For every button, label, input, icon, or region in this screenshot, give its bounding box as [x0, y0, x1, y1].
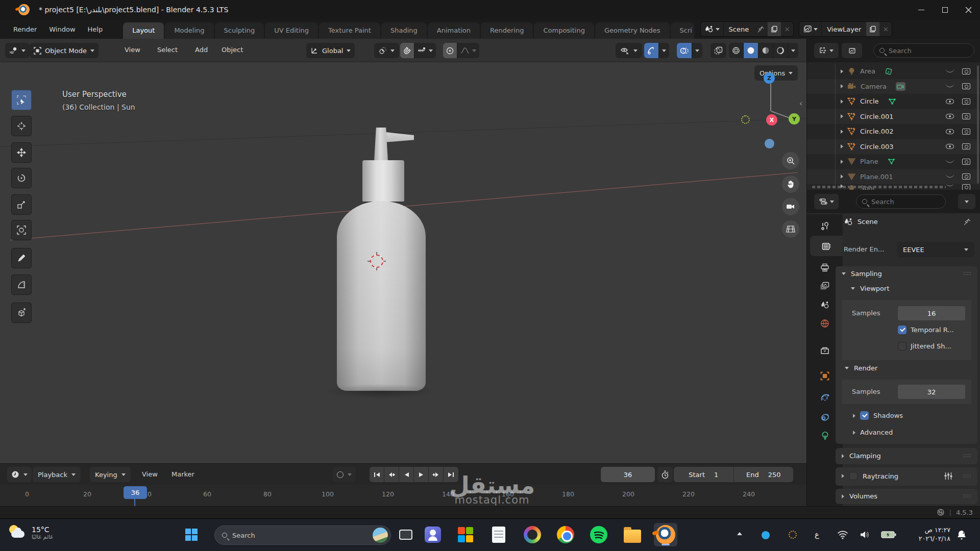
temporal-reprojection-row[interactable]: Temporal R... [898, 325, 954, 334]
tab-sculpting[interactable]: Sculpting [215, 22, 264, 39]
timeline-view-menu[interactable]: View [142, 470, 158, 478]
show-gizmo-toggle[interactable] [644, 43, 659, 58]
outliner-vertical-scrollbar[interactable] [977, 65, 979, 184]
overlays-dropdown[interactable] [692, 43, 702, 58]
panel-grip-icon[interactable] [963, 270, 971, 277]
render-samples-field[interactable]: 32 [898, 385, 965, 399]
tab-compositing[interactable]: Compositing [534, 22, 594, 39]
temporal-reprojection-checkbox[interactable] [898, 325, 906, 334]
search-highlight-image[interactable] [373, 528, 388, 543]
auto-keying-controls[interactable] [333, 467, 356, 482]
xray-toggle[interactable] [710, 43, 726, 58]
hide-toggle[interactable] [946, 85, 954, 87]
start-frame-field[interactable]: Start 1 [674, 467, 734, 482]
tray-app-orange-icon[interactable] [789, 531, 797, 539]
playhead[interactable]: 36 [124, 486, 147, 499]
jittered-shadows-checkbox[interactable] [898, 342, 906, 350]
app-spotify[interactable] [587, 523, 610, 546]
viewport-canvas[interactable]: User Perspective (36) Collection | Sun O… [0, 62, 806, 463]
close-button[interactable] [957, 0, 980, 19]
expand-icon[interactable] [841, 160, 843, 164]
jittered-shadows-row[interactable]: Jittered Sh... [898, 342, 951, 350]
tool-rotate[interactable] [11, 168, 32, 188]
advanced-row[interactable]: Advanced [853, 429, 893, 436]
timeline-ruler[interactable]: 0 20 40 60 80 100 120 140 160 180 200 22… [0, 485, 806, 506]
end-frame-field[interactable]: End 250 [734, 467, 794, 482]
axis-z-ball[interactable]: Z [764, 72, 775, 84]
render-visibility-toggle[interactable] [962, 173, 970, 180]
tab-geometry-nodes[interactable]: Geometry Nodes [595, 22, 670, 39]
expand-icon[interactable] [841, 130, 843, 134]
viewlayer-remove-button[interactable]: ✕ [879, 26, 892, 33]
outliner-item-circle-003[interactable]: Circle.003 [807, 139, 980, 154]
clamping-panel[interactable]: Clamping [836, 448, 977, 464]
toggle-perspective-button[interactable] [782, 220, 799, 238]
taskbar-search[interactable]: Search [214, 525, 391, 545]
render-visibility-toggle[interactable] [962, 159, 970, 165]
tab-modeling[interactable]: Modeling [165, 22, 213, 39]
sampling-render-subheader[interactable]: Render [845, 364, 877, 372]
properties-options-button[interactable] [958, 194, 975, 209]
tool-measure[interactable] [11, 274, 32, 295]
pivot-point-dropdown[interactable] [374, 43, 399, 58]
panel-grip-icon[interactable] [963, 473, 971, 480]
outliner-display-mode-button[interactable] [842, 43, 862, 58]
scene-new-button[interactable] [768, 22, 781, 36]
outliner-item-circle-002[interactable]: Circle.002 [807, 124, 980, 139]
viewport-samples-field[interactable]: 16 [898, 306, 965, 320]
scene-selector[interactable]: Scene ✕ [700, 21, 794, 37]
zoom-button[interactable] [782, 152, 799, 169]
outliner-search-input[interactable]: Search [873, 43, 974, 58]
viewlayer-browse-button[interactable] [799, 22, 822, 36]
tab-rendering[interactable]: Rendering [481, 22, 533, 39]
current-frame-field[interactable]: 36 [601, 467, 655, 482]
scene-unlink-button[interactable]: ✕ [781, 26, 793, 33]
tool-cursor[interactable] [11, 116, 32, 136]
app-file-explorer[interactable] [621, 523, 644, 546]
hide-toggle[interactable] [946, 184, 954, 186]
language-indicator[interactable]: ع [815, 530, 819, 539]
clock-widget[interactable]: ١٢:٢٧ ص ٢٠٢٦/٠٢/١٨ [904, 526, 950, 543]
play-button[interactable] [414, 467, 429, 482]
volumes-panel[interactable]: Volumes [836, 489, 977, 504]
app-blender-active[interactable] [654, 523, 677, 546]
expand-icon[interactable] [841, 99, 843, 104]
axis-x-ball[interactable]: X [766, 114, 777, 126]
app-teams[interactable] [421, 523, 445, 546]
keying-menu[interactable]: Keying [90, 467, 131, 482]
viewlayer-new-button[interactable] [866, 22, 879, 36]
render-visibility-toggle[interactable] [962, 83, 970, 89]
outliner-item-area[interactable]: Area [807, 64, 980, 79]
prev-keyframe-button[interactable] [384, 467, 399, 482]
scene-name[interactable]: Scene [724, 26, 754, 33]
minimize-button[interactable] [910, 0, 933, 19]
sidebar-collapse-arrow[interactable]: ‹ [799, 99, 802, 108]
outliner-item-plane[interactable]: Plane [807, 154, 980, 169]
axis-y-ball[interactable]: Y [789, 113, 800, 124]
tool-transform[interactable] [11, 220, 32, 240]
task-view-button[interactable] [394, 523, 418, 546]
raytracing-panel[interactable]: Raytracing [836, 467, 977, 486]
expand-icon[interactable] [841, 144, 843, 148]
menu-add[interactable]: Add [195, 46, 208, 54]
hide-toggle[interactable] [946, 70, 954, 72]
start-button[interactable] [180, 523, 203, 546]
tab-uv-editing[interactable]: UV Editing [265, 22, 318, 39]
tool-move[interactable] [11, 142, 32, 163]
pan-button[interactable] [782, 176, 799, 193]
sampling-panel-header[interactable]: Sampling [836, 266, 977, 281]
tab-texture-paint[interactable]: Texture Paint [319, 22, 380, 39]
pin-icon[interactable] [963, 218, 971, 226]
tray-expand-chevron[interactable] [737, 532, 742, 535]
hide-toggle[interactable] [946, 176, 954, 178]
pin-icon[interactable] [757, 26, 765, 33]
tool-select-box[interactable] [11, 90, 32, 110]
wifi-icon[interactable] [837, 530, 848, 539]
snap-toggle[interactable] [400, 43, 414, 58]
expand-icon[interactable] [841, 84, 843, 88]
playback-menu[interactable]: Playback [33, 467, 81, 482]
render-visibility-toggle[interactable] [962, 68, 970, 74]
menu-window[interactable]: Window [43, 23, 81, 36]
blender-logo-icon[interactable] [18, 4, 30, 15]
app-notepad[interactable] [487, 523, 510, 546]
